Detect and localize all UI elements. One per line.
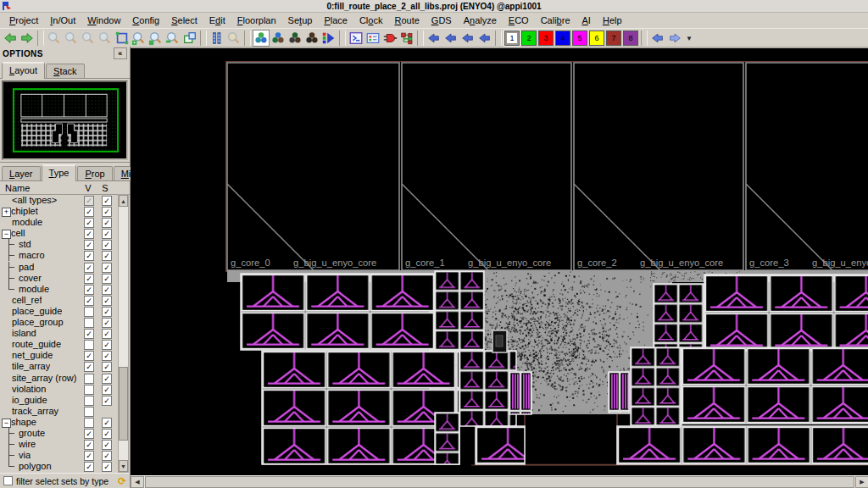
layout-canvas[interactable]: g_core_0g_big_u_enyo_coreg_core_1g_big_u…	[131, 47, 868, 488]
color-swatch-1[interactable]: 1	[504, 30, 520, 46]
cells-view-4-icon[interactable]	[303, 30, 320, 47]
s-checkbox[interactable]: ✓	[102, 462, 112, 472]
s-checkbox[interactable]: ✓	[102, 440, 112, 450]
nav-right-icon[interactable]	[666, 30, 683, 47]
tree-row-groute[interactable]: groute✓✓	[0, 428, 130, 439]
menu-project[interactable]: Project	[3, 14, 44, 27]
s-checkbox[interactable]: ✓	[102, 451, 112, 461]
menu-select[interactable]: Select	[165, 14, 203, 27]
s-checkbox[interactable]: ✓	[102, 274, 112, 284]
tree-row-route-guide[interactable]: route_guide✓	[0, 339, 130, 350]
s-checkbox[interactable]: ✓	[102, 318, 112, 328]
window-zoom-icon[interactable]	[181, 30, 198, 47]
forward-arrow-icon[interactable]	[19, 30, 36, 47]
gate-icon[interactable]	[381, 30, 398, 47]
tree-row-island[interactable]: island✓✓	[0, 328, 130, 339]
v-checkbox[interactable]: ✓	[84, 218, 94, 228]
v-checkbox[interactable]: ✓	[84, 351, 94, 361]
cells-view-1-icon[interactable]	[253, 30, 270, 47]
cells-view-2-icon[interactable]	[270, 30, 287, 47]
tree-row-cell-ref[interactable]: cell_ref✓✓	[0, 295, 130, 306]
s-checkbox[interactable]: ✓	[102, 296, 112, 306]
menu-place[interactable]: Place	[318, 14, 353, 27]
probe-zoom-icon[interactable]	[225, 30, 242, 47]
panel-collapse-button[interactable]: «	[114, 47, 127, 59]
expand-icon[interactable]: +	[2, 208, 11, 217]
back-arrow-icon[interactable]	[2, 30, 19, 47]
s-checkbox[interactable]: ✓	[102, 218, 112, 228]
tree-row-shape[interactable]: −shape✓	[0, 417, 130, 428]
menu-route[interactable]: Route	[388, 14, 425, 27]
tree-row-chiplet[interactable]: +chiplet✓✓	[0, 206, 130, 217]
menu-edit[interactable]: Edit	[203, 14, 231, 27]
zoom-down-icon[interactable]	[164, 30, 181, 47]
undo-view-1-icon[interactable]	[426, 30, 442, 47]
tree-scrollbar[interactable]: ▲ ▼	[118, 194, 129, 473]
s-checkbox[interactable]: ✓	[102, 374, 112, 384]
s-checkbox[interactable]: ✓	[102, 340, 112, 350]
v-checkbox[interactable]: ✓	[84, 240, 94, 250]
tree-row-pad[interactable]: pad✓✓	[0, 262, 130, 273]
s-checkbox[interactable]: ✓	[102, 351, 112, 361]
s-checkbox[interactable]: ✓	[102, 329, 112, 339]
v-checkbox[interactable]: ✓	[84, 251, 94, 261]
tree-row-cell[interactable]: −cell✓✓	[0, 228, 130, 239]
menu-analyze[interactable]: Analyze	[458, 14, 503, 27]
scroll-left-icon[interactable]: ◀	[131, 476, 144, 488]
menu-window[interactable]: Window	[81, 14, 126, 27]
hierarchy-tree-icon[interactable]	[398, 30, 415, 47]
v-checkbox[interactable]: ✓	[84, 296, 94, 306]
fit-view-icon[interactable]	[114, 30, 131, 47]
zoom-select-icon[interactable]	[147, 30, 164, 47]
menu-clock[interactable]: Clock	[353, 14, 389, 27]
v-checkbox[interactable]	[84, 385, 94, 395]
color-swatch-7[interactable]: 7	[606, 30, 621, 46]
color-swatch-5[interactable]: 5	[572, 30, 587, 46]
s-checkbox[interactable]: ✓	[102, 207, 112, 217]
tree-row-cover[interactable]: cover✓✓	[0, 273, 130, 284]
v-checkbox[interactable]	[84, 418, 94, 428]
ruler-icon[interactable]	[209, 30, 225, 47]
s-checkbox[interactable]: ✓	[102, 385, 112, 395]
tree-row-tile-array[interactable]: tile_array✓✓	[0, 361, 130, 372]
tree-row--all-types-[interactable]: <all types>✓✓	[0, 195, 130, 206]
canvas-hscrollbar-thumb[interactable]	[145, 476, 854, 488]
layer-flag-icon[interactable]	[320, 30, 337, 47]
v-checkbox[interactable]: ✓	[84, 207, 94, 217]
zoom-pan-icon[interactable]	[97, 30, 114, 47]
zoom-prev-icon[interactable]	[80, 30, 97, 47]
menu-setup[interactable]: Setup	[282, 14, 319, 27]
tree-row-track-array[interactable]: track_array	[0, 406, 130, 417]
v-checkbox[interactable]	[84, 407, 94, 417]
tree-scrollbar-thumb[interactable]	[119, 367, 128, 441]
v-checkbox[interactable]: ✓	[84, 362, 94, 372]
collapse-icon[interactable]: −	[2, 230, 11, 239]
canvas-hscrollbar[interactable]: ◀ ▶	[131, 475, 868, 488]
color-swatch-8[interactable]: 8	[623, 30, 638, 46]
s-checkbox[interactable]: ✓	[102, 263, 112, 273]
tab-type[interactable]: Type	[42, 164, 77, 181]
v-checkbox[interactable]: ✓	[84, 229, 94, 239]
dialog-window-icon[interactable]	[364, 30, 381, 47]
menu-config[interactable]: Config	[126, 14, 165, 27]
tab-prop[interactable]: Prop	[77, 166, 112, 180]
scroll-up-icon[interactable]: ▲	[119, 195, 128, 207]
tree-row-wire[interactable]: wire✓✓	[0, 439, 130, 450]
tree-row-via[interactable]: via✓✓	[0, 450, 130, 461]
tree-row-net-guide[interactable]: net_guide✓✓	[0, 350, 130, 361]
s-checkbox[interactable]: ✓	[102, 396, 112, 406]
undo-view-4-icon[interactable]	[476, 30, 493, 47]
menu-ai[interactable]: AI	[576, 14, 597, 27]
color-swatch-4[interactable]: 4	[555, 30, 570, 46]
menu-floorplan[interactable]: Floorplan	[231, 14, 282, 27]
tree-row-std[interactable]: std✓✓	[0, 239, 130, 250]
refresh-icon[interactable]: ⟳	[118, 475, 126, 487]
s-checkbox[interactable]: ✓	[102, 307, 112, 317]
v-checkbox[interactable]: ✓	[84, 429, 94, 439]
zoom-in-icon[interactable]	[131, 30, 147, 47]
menu-help[interactable]: Help	[597, 14, 628, 27]
v-checkbox[interactable]: ✓	[84, 451, 94, 461]
zoom-box-icon[interactable]	[46, 30, 63, 47]
zoom-out-icon[interactable]	[63, 30, 80, 47]
layout-minimap[interactable]	[2, 80, 128, 160]
